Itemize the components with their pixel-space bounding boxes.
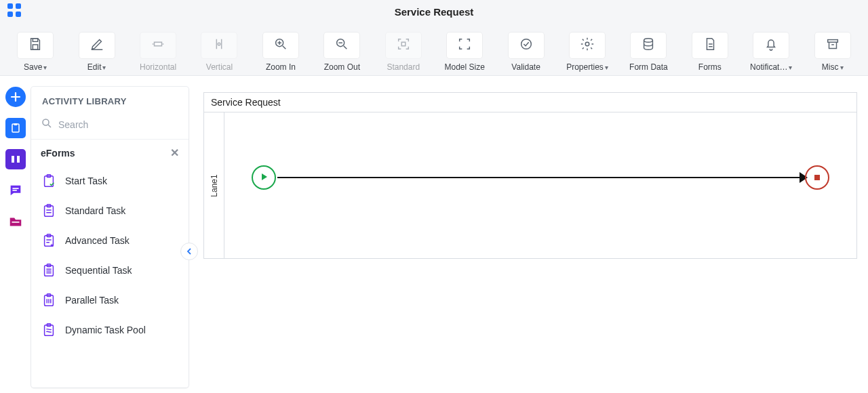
save-icon: [28, 37, 43, 54]
page-title: Service Request: [0, 6, 868, 18]
chevron-down-icon: ▾: [43, 64, 47, 71]
clipboard-icon: [10, 123, 21, 133]
chevron-down-icon: ▾: [605, 64, 608, 71]
app-menu-icon[interactable]: [7, 3, 22, 20]
svg-point-22: [43, 119, 49, 125]
svg-rect-18: [17, 156, 20, 163]
process-title: Service Request: [204, 93, 856, 112]
canvas-area: Service Request Lane1: [189, 76, 868, 393]
document-icon: [703, 37, 717, 54]
search-icon: [41, 117, 53, 132]
svg-rect-4: [33, 39, 38, 42]
svg-rect-16: [14, 123, 18, 125]
svg-point-11: [521, 39, 531, 49]
end-event-node[interactable]: [805, 165, 829, 190]
database-icon: [641, 37, 656, 54]
task-star-icon: [41, 232, 57, 249]
align-vertical-icon: [212, 37, 226, 54]
misc-button[interactable]: Misc▾: [806, 33, 858, 72]
clipboard-button[interactable]: [5, 118, 26, 138]
activity-list: Start Task Standard Task Advanced Task S…: [31, 166, 189, 345]
validate-button[interactable]: Validate: [500, 33, 551, 72]
form-data-button[interactable]: Form Data: [623, 33, 674, 72]
svg-rect-5: [33, 45, 38, 49]
edit-icon: [90, 37, 104, 54]
folder-button[interactable]: [5, 211, 26, 232]
zoom-in-button[interactable]: Zoom In: [255, 33, 307, 72]
zoom-out-button[interactable]: Zoom Out: [316, 33, 368, 72]
close-section-button[interactable]: ✕: [170, 146, 179, 159]
activity-start-task[interactable]: Start Task: [31, 166, 189, 196]
svg-rect-21: [12, 222, 20, 223]
lanes-icon: [10, 154, 21, 165]
chevron-left-icon: [186, 245, 193, 257]
start-event-node[interactable]: [252, 165, 276, 190]
zoom-standard-button: Standard: [378, 33, 429, 72]
activity-parallel-task[interactable]: Parallel Task: [31, 285, 189, 315]
svg-rect-14: [827, 40, 837, 43]
close-icon: ✕: [170, 147, 179, 159]
svg-rect-19: [12, 188, 18, 189]
task-icon: [41, 203, 57, 219]
chat-button[interactable]: [5, 180, 26, 201]
chat-icon: [8, 183, 23, 198]
chevron-down-icon: ▾: [840, 64, 844, 71]
svg-rect-20: [12, 190, 16, 191]
bell-icon: [764, 37, 778, 54]
search-input[interactable]: [58, 119, 179, 130]
sequence-flow[interactable]: [277, 177, 804, 178]
search-row: [31, 113, 189, 140]
svg-point-13: [644, 39, 653, 43]
save-button[interactable]: Save▾: [9, 33, 61, 72]
folder-icon: [8, 214, 23, 229]
zoom-out-icon: [334, 37, 349, 54]
properties-button[interactable]: Properties▾: [561, 33, 613, 72]
horizontal-button: Horizontal: [132, 33, 184, 72]
svg-rect-1: [16, 3, 21, 9]
svg-rect-2: [7, 12, 13, 17]
collapse-sidebar-button[interactable]: [180, 243, 198, 260]
chevron-down-icon: ▾: [789, 64, 792, 71]
plus-icon: [10, 91, 21, 102]
activity-sequential-task[interactable]: Sequential Task: [31, 255, 189, 285]
zoom-in-icon: [273, 37, 288, 54]
activity-dynamic-task-pool[interactable]: Dynamic Task Pool: [31, 315, 189, 345]
svg-point-7: [218, 43, 221, 45]
svg-point-12: [585, 42, 589, 46]
archive-icon: [825, 37, 840, 54]
frame-icon: [457, 37, 472, 54]
chevron-down-icon: ▾: [102, 64, 106, 71]
pool: Lane1: [204, 112, 856, 258]
svg-rect-10: [401, 42, 406, 46]
edit-button[interactable]: Edit▾: [71, 33, 122, 72]
align-horizontal-icon: [151, 37, 165, 54]
lanes-button[interactable]: [5, 149, 26, 169]
add-button[interactable]: [5, 87, 26, 107]
play-icon: [260, 171, 268, 184]
section-header: eForms ✕: [31, 140, 189, 166]
notifications-button[interactable]: Notificat…▾: [745, 33, 797, 72]
activity-library-panel: ACTIVITY LIBRARY eForms ✕ Start Task Sta…: [31, 87, 189, 388]
task-sequential-icon: [41, 262, 57, 278]
task-check-icon: [41, 173, 57, 189]
fit-screen-icon: [396, 37, 411, 54]
stop-icon: [814, 175, 820, 180]
task-dynamic-icon: [41, 322, 57, 338]
lane-body[interactable]: [224, 112, 856, 258]
activity-advanced-task[interactable]: Advanced Task: [31, 226, 189, 255]
activity-standard-task[interactable]: Standard Task: [31, 196, 189, 226]
section-title: eForms: [41, 148, 75, 159]
lane-header[interactable]: Lane1: [204, 112, 224, 258]
forms-button[interactable]: Forms: [684, 33, 736, 72]
process-canvas[interactable]: Service Request Lane1: [203, 92, 857, 259]
model-size-button[interactable]: Model Size: [439, 33, 490, 72]
svg-rect-17: [12, 156, 14, 163]
vertical-button: Vertical: [193, 33, 245, 72]
toolbar: Save▾ Edit▾ Horizontal Vertical Zoom In …: [0, 23, 868, 76]
validate-icon: [519, 37, 534, 54]
gear-icon: [580, 37, 595, 54]
task-parallel-icon: [41, 292, 57, 308]
svg-rect-3: [16, 12, 21, 17]
main-area: ACTIVITY LIBRARY eForms ✕ Start Task Sta…: [0, 76, 868, 393]
sidebar-title: ACTIVITY LIBRARY: [31, 87, 189, 113]
